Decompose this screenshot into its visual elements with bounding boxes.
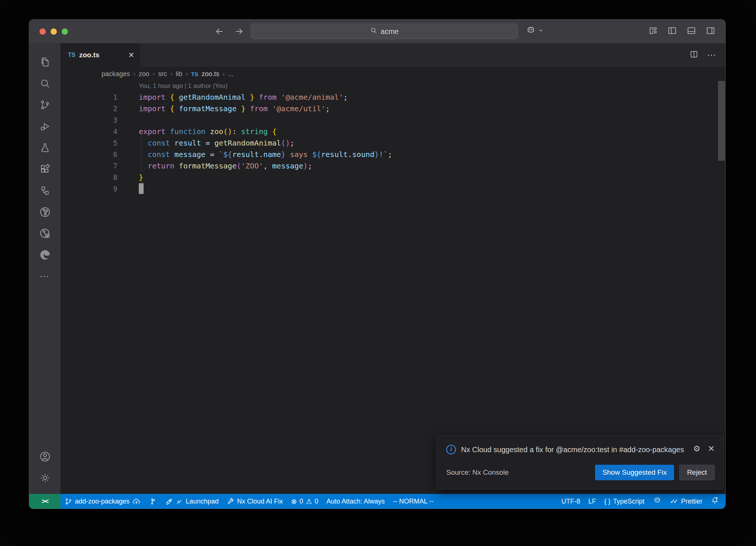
code-line[interactable]: 6 const message = `${result.name} says $… <box>61 149 725 160</box>
more-views-icon[interactable]: ⋯ <box>34 266 56 287</box>
accounts-icon[interactable] <box>34 446 56 467</box>
editor-more-actions-icon[interactable]: ⋯ <box>707 50 717 60</box>
breadcrumb-item[interactable]: packages <box>102 70 130 78</box>
warning-icon: ⚠ <box>306 498 312 505</box>
edge-devtools-icon[interactable] <box>34 244 56 266</box>
line-content: export function zoo(): string { <box>139 126 276 137</box>
git-branch-item[interactable]: add-zoo-packages <box>61 494 145 509</box>
gitlens-inspect-icon[interactable] <box>34 223 56 244</box>
line-number[interactable]: 9 <box>61 185 117 193</box>
code-line[interactable]: 7 return formatMessage('ZOO', message); <box>61 160 725 171</box>
line-content: const result = getRandomAnimal(); <box>139 137 295 149</box>
command-center-search[interactable]: acme <box>251 24 518 39</box>
code-line[interactable]: 5 const result = getRandomAnimal(); <box>61 137 725 149</box>
copilot-status-item[interactable] <box>649 494 666 509</box>
eol-item[interactable]: LF <box>584 494 600 509</box>
extensions-icon[interactable] <box>34 158 56 180</box>
line-content: } <box>139 171 143 183</box>
line-number[interactable]: 5 <box>61 139 117 147</box>
branch-name: add-zoo-packages <box>75 498 130 505</box>
warning-count: 0 <box>315 498 318 505</box>
nx-cloud-ai-fix-item[interactable]: Nx Cloud AI Fix <box>223 494 287 509</box>
nx-fix-label: Nx Cloud AI Fix <box>237 498 283 505</box>
breadcrumb-overflow[interactable]: ... <box>228 70 234 78</box>
settings-gear-icon[interactable] <box>34 467 56 489</box>
line-number[interactable]: 3 <box>61 116 117 124</box>
rocket-icon <box>165 497 173 506</box>
forward-icon[interactable] <box>234 26 245 37</box>
chevron-right-icon: › <box>153 70 155 78</box>
editor-scrollbar[interactable] <box>718 81 725 161</box>
line-number[interactable]: 2 <box>61 105 117 113</box>
remote-indicator[interactable]: >< <box>29 494 61 509</box>
commit-graph-item[interactable] <box>145 494 161 509</box>
tab-bar: TS zoo.ts ✕ ⋯ <box>61 43 725 67</box>
language-mode-item[interactable]: { } TypeScript <box>600 494 649 509</box>
line-number[interactable]: 4 <box>61 127 117 136</box>
activity-bar: ⋯ <box>29 43 61 494</box>
code-editor[interactable]: You, 1 hour ago | 1 author (You) 1import… <box>61 81 725 494</box>
explorer-icon[interactable] <box>34 51 56 73</box>
breadcrumb-file[interactable]: zoo.ts <box>202 70 219 78</box>
notification-toast: i Nx Cloud suggested a fix for @acme/zoo… <box>436 436 724 489</box>
encoding-item[interactable]: UTF-8 <box>557 494 584 509</box>
braces-icon: { } <box>604 498 611 505</box>
code-line[interactable]: 4export function zoo(): string { <box>61 126 725 137</box>
plug-icon <box>176 498 183 505</box>
toggle-panel-icon[interactable] <box>686 25 697 37</box>
vim-mode-item[interactable]: -- NORMAL -- <box>389 494 437 509</box>
double-check-icon: ✓✓ <box>670 497 676 505</box>
show-suggested-fix-button[interactable]: Show Suggested Fix <box>595 465 674 480</box>
auto-attach-item[interactable]: Auto Attach: Always <box>322 494 389 509</box>
nx-projects-icon[interactable] <box>34 180 56 201</box>
gitlens-icon[interactable] <box>34 201 56 223</box>
copilot-menu-button[interactable] <box>525 25 544 37</box>
typescript-file-icon: TS <box>191 71 198 77</box>
run-debug-icon[interactable] <box>34 116 56 137</box>
line-number[interactable]: 8 <box>61 173 117 181</box>
problems-item[interactable]: ⊗ 0 ⚠ 0 <box>287 494 322 509</box>
code-line[interactable]: 3 <box>61 114 725 126</box>
code-lines: 1import { getRandomAnimal } from '@acme/… <box>61 91 725 194</box>
formatter-item[interactable]: ✓✓ Prettier <box>666 494 707 509</box>
notification-settings-gear-icon[interactable]: ⚙ <box>693 444 701 454</box>
copilot-icon <box>653 496 662 507</box>
code-line[interactable]: 1import { getRandomAnimal } from '@acme/… <box>61 91 725 103</box>
line-number[interactable]: 1 <box>61 93 117 101</box>
toggle-secondary-sidebar-icon[interactable] <box>705 25 716 37</box>
notification-close-icon[interactable]: ✕ <box>708 444 715 454</box>
minimize-window-button[interactable] <box>51 28 57 35</box>
text-cursor <box>139 183 144 194</box>
chevron-right-icon: › <box>223 70 225 78</box>
split-editor-icon[interactable] <box>689 50 699 61</box>
window-controls <box>39 28 68 35</box>
source-control-icon[interactable] <box>34 94 56 116</box>
line-content <box>139 183 144 194</box>
code-line[interactable]: 8} <box>61 171 725 183</box>
line-number[interactable]: 7 <box>61 162 117 170</box>
tab-zoo-ts[interactable]: TS zoo.ts ✕ <box>61 43 140 67</box>
code-line[interactable]: 9 <box>61 183 725 194</box>
customize-layout-icon[interactable] <box>648 25 658 37</box>
code-line[interactable]: 2import { formatMessage } from '@acme/ut… <box>61 103 725 114</box>
breadcrumb-item[interactable]: src <box>158 70 167 78</box>
tab-close-icon[interactable]: ✕ <box>128 51 134 59</box>
toggle-primary-sidebar-icon[interactable] <box>667 25 677 37</box>
close-window-button[interactable] <box>39 28 46 35</box>
back-icon[interactable] <box>214 26 225 37</box>
notification-source: Source: Nx Console <box>446 468 509 477</box>
testing-icon[interactable] <box>34 137 56 158</box>
zoom-window-button[interactable] <box>62 28 68 35</box>
breadcrumb-item[interactable]: zoo <box>139 70 150 78</box>
reject-button[interactable]: Reject <box>679 465 715 480</box>
notifications-bell-item[interactable] <box>707 494 723 509</box>
vscode-window: acme <box>29 19 726 509</box>
indent-guide <box>141 160 141 171</box>
search-view-icon[interactable] <box>34 73 56 94</box>
error-count: 0 <box>299 498 303 505</box>
line-content: const message = `${result.name} says ${r… <box>139 149 392 160</box>
launchpad-item[interactable]: Launchpad <box>161 494 223 509</box>
bell-icon <box>711 496 719 506</box>
breadcrumb-item[interactable]: lib <box>176 70 182 78</box>
line-number[interactable]: 6 <box>61 150 117 158</box>
